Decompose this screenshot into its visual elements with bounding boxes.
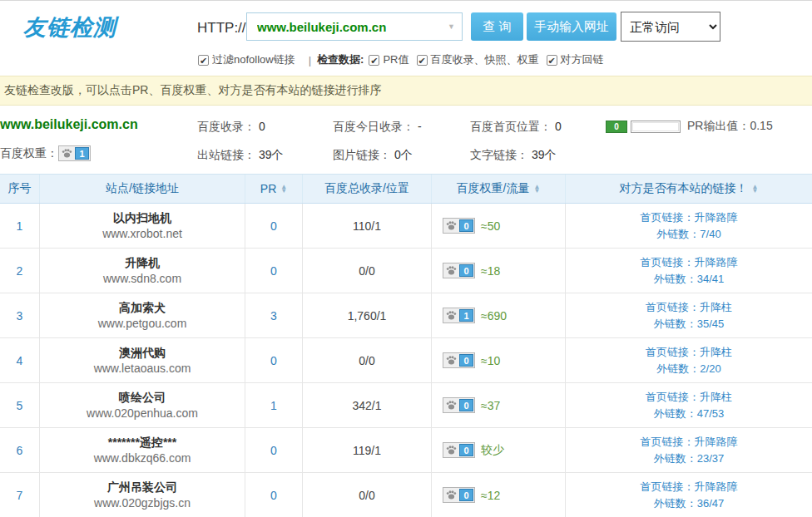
outlink-count[interactable]: 外链数：23/37 <box>654 451 725 467</box>
pr-bar-empty <box>631 121 681 133</box>
included-position-value: 0/0 <box>359 489 374 502</box>
stat-value: 39个 <box>259 148 284 161</box>
homepage-backlink[interactable]: 首页链接：升降柱 <box>646 344 732 361</box>
stat-value: - <box>418 120 422 133</box>
check-data-label: 检查数据: <box>317 52 364 67</box>
stat-baidu-today: 百度今日收录：- <box>333 120 422 135</box>
site-url-link[interactable]: www.petgou.com <box>98 316 187 332</box>
weight-number: 0 <box>459 264 473 277</box>
stat-image-links: 图片链接：0个 <box>333 148 413 163</box>
homepage-backlink[interactable]: 首页链接：升降路障 <box>641 254 738 271</box>
table-row: 7 广州吊装公司 www.020gzbjgs.cn 0 0/0 0 ≈12 首页… <box>0 473 812 517</box>
table-row: 1 以内扫地机 www.xrobot.net 0 110/1 0 ≈50 首页链… <box>0 204 812 249</box>
row-number: 6 <box>17 444 23 457</box>
outlink-count[interactable]: 外链数：47/53 <box>654 406 725 422</box>
homepage-backlink[interactable]: 首页链接：升降路障 <box>641 434 738 451</box>
outlink-count[interactable]: 外链数：7/40 <box>656 226 720 243</box>
row-number: 4 <box>17 354 23 367</box>
query-button[interactable]: 查 询 <box>471 12 523 41</box>
header-backlink-sortable[interactable]: 对方是否有本站的链接！ ▲▼ <box>566 175 812 203</box>
table-row: 2 升降机 www.sdn8.com 0 0/0 0 ≈18 首页链接：升降路障… <box>0 249 812 293</box>
stat-label: 百度首页位置： <box>470 120 552 133</box>
chevron-down-icon[interactable]: ▼ <box>448 22 455 31</box>
checked-domain[interactable]: www.beilukeji.com.cn <box>0 117 138 132</box>
filter-nofollow-label: 过滤nofollow链接 <box>212 52 295 67</box>
site-title: 广州吊装公司 <box>107 480 177 495</box>
pr-value: 3 <box>270 309 277 323</box>
site-title: 高加索犬 <box>119 300 166 316</box>
paw-icon <box>444 444 458 456</box>
app-logo[interactable]: 友链检测 <box>23 12 116 42</box>
site-url-link[interactable]: www.020penhua.com <box>87 406 198 421</box>
stat-baidu-weight: 百度权重： 1 <box>0 145 91 161</box>
included-position-value: 1,760/1 <box>348 309 387 323</box>
site-url-link[interactable]: www.xrobot.net <box>102 226 182 242</box>
filter-nofollow-option[interactable]: ✔ 过滤nofollow链接 <box>198 52 295 67</box>
site-url-link[interactable]: www.sdn8.com <box>103 271 181 287</box>
header-pr-sortable[interactable]: PR ▲▼ <box>245 175 303 203</box>
divider: | <box>309 54 311 66</box>
access-mode-select[interactable]: 正常访问 <box>621 12 720 42</box>
summary-panel: www.beilukeji.com.cn 百度收录：0 百度今日收录：- 百度首… <box>0 106 812 174</box>
table-header-row: 序号 站点/链接地址 PR ▲▼ 百度总收录/位置 百度权重/流量 ▲▼ 对方是… <box>0 174 812 204</box>
homepage-backlink[interactable]: 首页链接：升降柱 <box>646 299 732 316</box>
site-title: 喷绘公司 <box>119 390 166 406</box>
weight-number: 0 <box>459 444 473 456</box>
traffic-estimate: ≈10 <box>481 354 500 367</box>
links-table: 序号 站点/链接地址 PR ▲▼ 百度总收录/位置 百度权重/流量 ▲▼ 对方是… <box>0 174 812 517</box>
url-input[interactable] <box>246 12 463 41</box>
header-weight-sortable[interactable]: 百度权重/流量 ▲▼ <box>432 175 566 203</box>
paw-icon <box>444 489 458 501</box>
pr-value: 0 <box>270 219 277 233</box>
sort-icon[interactable]: ▲▼ <box>280 185 287 193</box>
checkbox-checked-icon[interactable]: ✔ <box>547 55 557 66</box>
pr-output: 0 PR输出值：0.15 <box>606 119 773 134</box>
homepage-backlink[interactable]: 首页链接：升降路障 <box>641 209 738 226</box>
sort-icon[interactable]: ▲▼ <box>752 185 759 193</box>
check-option-pr-label: PR值 <box>383 52 408 67</box>
paw-icon <box>60 147 74 160</box>
outlink-count[interactable]: 外链数：2/20 <box>656 361 720 377</box>
weight-number: 0 <box>459 219 473 232</box>
outlink-count[interactable]: 外链数：34/41 <box>654 271 725 288</box>
traffic-estimate: ≈37 <box>481 399 500 412</box>
traffic-estimate: ≈50 <box>481 219 500 233</box>
site-url-link[interactable]: www.dbkzq66.com <box>94 451 191 466</box>
paw-icon <box>444 264 458 277</box>
header-included: 百度总收录/位置 <box>303 175 432 203</box>
checkbox-checked-icon[interactable]: ✔ <box>417 55 428 66</box>
check-option-baidu[interactable]: ✔ 百度收录、快照、权重 <box>417 52 539 67</box>
pr-value: 1 <box>270 399 277 412</box>
stat-baidu-included: 百度收录：0 <box>197 120 265 135</box>
outlink-count[interactable]: 外链数：35/45 <box>654 316 725 332</box>
checkbox-checked-icon[interactable]: ✔ <box>369 55 379 66</box>
included-position-value: 0/0 <box>359 264 374 278</box>
paw-icon <box>444 399 458 411</box>
stat-outbound-links: 出站链接：39个 <box>197 148 284 163</box>
site-url-link[interactable]: www.letaoaus.com <box>94 361 191 377</box>
sort-icon[interactable]: ▲▼ <box>533 185 540 193</box>
pr-value: 0 <box>270 489 277 502</box>
row-number: 7 <box>17 489 23 502</box>
weight-number: 0 <box>459 489 473 501</box>
pr-value: 0 <box>270 264 277 278</box>
table-row: 3 高加索犬 www.petgou.com 3 1,760/1 1 ≈690 首… <box>0 293 812 338</box>
row-number: 5 <box>17 399 23 412</box>
homepage-backlink[interactable]: 首页链接：升降路障 <box>641 479 738 495</box>
table-row: 5 喷绘公司 www.020penhua.com 1 342/1 0 ≈37 首… <box>0 383 812 428</box>
url-combobox[interactable]: ▼ <box>246 12 463 41</box>
manual-input-button[interactable]: 手动输入网址 <box>527 12 616 41</box>
baidu-weight-badge: 1 <box>443 308 475 323</box>
homepage-backlink[interactable]: 首页链接：升降柱 <box>646 389 732 406</box>
traffic-estimate: 较少 <box>481 443 504 458</box>
traffic-estimate: ≈18 <box>481 264 500 278</box>
outlink-count[interactable]: 外链数：36/47 <box>654 495 725 512</box>
header-site: 站点/链接地址 <box>40 175 245 203</box>
checkbox-checked-icon[interactable]: ✔ <box>198 55 209 66</box>
check-option-pr[interactable]: ✔ PR值 <box>369 52 408 67</box>
pr-value: 0 <box>270 354 277 367</box>
site-title: 升降机 <box>125 255 160 271</box>
site-url-link[interactable]: www.020gzbjgs.cn <box>94 495 191 511</box>
weight-number: 1 <box>459 309 473 322</box>
check-option-backlink[interactable]: ✔ 对方回链 <box>547 52 604 67</box>
